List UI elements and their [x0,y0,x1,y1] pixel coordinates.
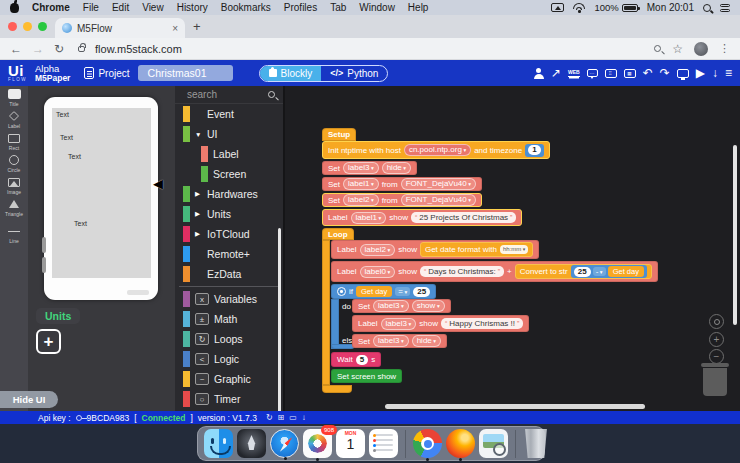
palette-cat-loops[interactable]: ↻Loops [175,329,283,349]
visibility-dropdown[interactable]: hide [412,335,441,347]
block-wait[interactable]: Wait 5 s [331,352,381,367]
tool-triangle[interactable]: Triangle [5,199,23,217]
menu-bookmarks[interactable]: Bookmarks [221,2,271,13]
block-set-screen-show[interactable]: Set screen show [331,369,402,383]
zoom-page-icon[interactable] [654,45,661,52]
convert-to-str-block[interactable]: Convert to str 25 - Get day [515,264,652,279]
palette-cat-ezdata[interactable]: EzData [175,264,283,284]
palette-cat-hardwares[interactable]: ▶Hardwares [175,184,283,204]
profile-avatar[interactable] [694,42,708,56]
block-if[interactable]: if Get day = 25 [331,284,436,299]
label-dropdown[interactable]: label3 [343,162,379,174]
menu-window[interactable]: Window [359,2,395,13]
preview-label2[interactable]: Text [68,153,81,160]
bookmark-star-icon[interactable]: ☆ [672,42,683,56]
block-set-label2-font[interactable]: Set label2 from FONT_DejaVu40 [322,193,482,207]
palette-cat-event[interactable]: Event [175,104,283,124]
number-input[interactable]: 25 [574,267,591,277]
operator-dropdown[interactable]: - [593,267,606,276]
window-maximize-button[interactable] [38,22,47,31]
palette-cat-logic[interactable]: <Logic [175,349,283,369]
label-dropdown[interactable]: label2 [343,194,379,206]
label-dropdown[interactable]: label1 [351,212,387,224]
firefox-icon[interactable] [446,429,475,458]
label-dropdown[interactable]: label2 [360,244,396,256]
block-setup[interactable]: Setup [322,128,356,141]
python-toggle[interactable]: </> Python [321,66,387,81]
project-name-input[interactable]: Christmas01 [138,65,233,81]
menu-help[interactable]: Help [408,2,429,13]
workspace-vertical-scrollbar[interactable] [733,145,737,325]
launchpad-icon[interactable] [237,429,266,458]
web-ide-icon[interactable]: WEB [568,70,580,77]
browser-tab[interactable]: M5Flow × [55,18,185,38]
battery-indicator[interactable]: 100% [594,2,637,13]
block-set-label1-font[interactable]: Set label1 from FONT_DejaVu40 [322,177,482,191]
apps-grid-icon[interactable]: ⊞ [278,413,285,422]
screen-mirroring-icon[interactable] [551,3,564,12]
run-icon[interactable]: ▶ [696,67,705,79]
block-label1-show[interactable]: Label label1 show 25 Projects Of Christm… [322,209,522,226]
workspace-horizontal-scrollbar[interactable] [385,404,645,409]
block-label2-show-date[interactable]: Label label2 show Get date format with h… [331,240,539,259]
menu-view[interactable]: View [142,2,164,13]
palette-search[interactable]: search [175,86,283,104]
compare-dropdown[interactable]: = [395,287,410,296]
preview-label1[interactable]: Text [60,134,73,141]
menu-profiles[interactable]: Profiles [284,2,317,13]
menu-chrome[interactable]: Chrome [32,2,70,13]
palette-cat-graphic[interactable]: ~Graphic [175,369,283,389]
menubar-clock[interactable]: Mon 20:01 [647,2,694,13]
block-set-label3-show[interactable]: Set label3 show [352,299,451,313]
zoom-center-button[interactable] [709,314,724,329]
window-close-button[interactable] [8,22,17,31]
add-unit-button[interactable]: + [36,329,61,354]
user-icon[interactable] [534,68,544,78]
tool-title[interactable]: Title [8,89,21,107]
menu-list-icon[interactable]: ≡ [725,67,732,79]
block-init-ntptime[interactable]: Init ntptime with host cn.pool.ntp.org a… [322,141,550,159]
zoom-out-button[interactable]: − [709,349,724,364]
comment-icon[interactable]: ⋯ [587,69,598,77]
url-text[interactable]: flow.m5stack.com [95,43,182,55]
zoom-in-button[interactable]: + [709,332,724,347]
units-button[interactable]: Units [36,308,80,324]
mutator-gear-icon[interactable] [337,287,346,296]
block-label3-show-happy[interactable]: Label label3 show Happy Chrismas !! [352,315,529,332]
string-input[interactable]: Happy Chrismas !! [441,318,523,329]
string-input[interactable]: 25 Projects Of Christmas [411,212,516,223]
get-day-block[interactable]: Get day [356,286,392,297]
font-dropdown[interactable]: FONT_DejaVu40 [401,194,476,206]
visibility-dropdown[interactable]: hide [382,162,411,174]
device-screen[interactable]: Text Text Text Text [52,108,151,278]
palette-cat-ui[interactable]: ▼UI [175,124,283,144]
hide-ui-button[interactable]: Hide UI [0,391,58,408]
preview-app-icon[interactable] [479,429,508,458]
undo-icon[interactable]: ↶ [643,67,653,79]
subtract-block[interactable]: 25 - Get day [571,265,647,278]
reminders-icon[interactable] [369,429,398,458]
finder-icon[interactable] [204,429,233,458]
device-screen-icon[interactable]: ▦ [624,69,636,78]
folder-icon[interactable]: ▭ [289,413,297,422]
menu-history[interactable]: History [177,2,208,13]
timezone-number-block[interactable]: 1 [525,144,543,157]
menu-file[interactable]: File [83,2,99,13]
visibility-dropdown[interactable]: show [412,300,445,312]
tool-image[interactable]: Image [7,177,21,195]
device-keyboard-icon[interactable]: ⠿ [605,69,617,78]
get-day-block[interactable]: Get day [608,266,644,277]
menu-edit[interactable]: Edit [112,2,129,13]
menu-tab[interactable]: Tab [330,2,346,13]
new-tab-button[interactable]: + [193,19,201,34]
blockly-toggle[interactable]: Blockly [260,66,322,81]
palette-cat-ui-screen[interactable]: Screen [175,164,283,184]
label-dropdown[interactable]: label3 [373,335,409,347]
preview-label0[interactable]: Text [56,111,69,118]
photos-icon[interactable]: 908 [303,429,332,458]
chrome-icon[interactable] [413,429,442,458]
palette-cat-math[interactable]: ±Math [175,309,283,329]
date-format-dropdown[interactable]: hh:mm [500,245,528,254]
tool-line[interactable]: Line [8,226,21,244]
block-loop[interactable]: Loop [322,228,354,240]
